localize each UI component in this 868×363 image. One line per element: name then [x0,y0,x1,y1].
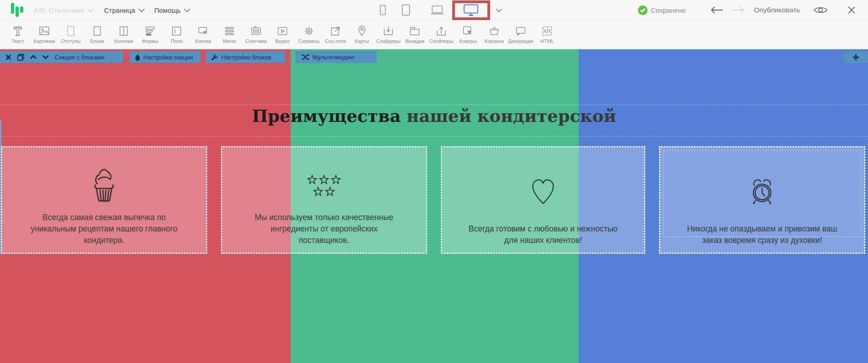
preview-more-menu[interactable] [496,0,500,20]
publish-button[interactable]: Опубликовать [754,0,800,20]
tool-spacing[interactable]: Отступы [58,25,84,44]
tool-services[interactable]: Сервисы [296,25,322,44]
cupcake-icon [86,159,122,212]
app-logo[interactable] [11,0,23,20]
chevron-down-icon [496,6,502,12]
heading-part-1: Преимущества [252,106,401,126]
card-text: Всегда самая свежая выпечка по уникальны… [31,212,178,246]
publish-label: Опубликовать [754,6,800,14]
feature-card-4[interactable]: Никогда не опаздываем и привозим ваш зак… [659,146,865,254]
delete-section-icon[interactable] [5,54,11,60]
html-icon [541,25,553,37]
tool-buttons[interactable]: Кнопки [190,25,216,44]
spacing-icon [65,25,77,37]
text-icon [12,25,24,37]
logo-icon [11,3,23,17]
droplet-icon [135,54,140,61]
fields-icon [171,25,183,37]
move-section-up-icon[interactable] [30,55,37,59]
close-icon [847,5,856,15]
tool-counters[interactable]: Счетчики [243,25,269,44]
preview-phone-button[interactable] [380,0,386,20]
feature-card-2[interactable]: Мы используем только качественные ингред… [221,146,427,254]
forms-icon [144,25,156,37]
alarm-clock-icon [746,159,779,223]
ab-test-label: A/B: Отключено [34,6,84,14]
decorations-icon [515,25,527,37]
columns-icon [118,25,130,37]
cart-icon [488,25,500,37]
tool-hovers[interactable]: Ховеры [455,25,481,44]
elements-toolbar: Текст Картинки Отступы Блоки Колонки Фор… [0,20,868,49]
section-heading[interactable]: Преимущества нашей кондитерской [0,106,868,126]
tool-sliders[interactable]: Слайдеры [375,25,402,44]
tool-blocks[interactable]: Блоки [84,25,110,44]
feature-card-1[interactable]: Всегда самая свежая выпечка по уникальны… [1,146,207,254]
move-section-down-icon[interactable] [42,55,49,59]
section-settings-button[interactable]: Настройки секции [130,51,200,63]
page-menu-label: Страница [104,6,135,14]
maps-icon [356,25,368,37]
arrow-left-icon [710,6,724,14]
tool-cart[interactable]: Корзина [481,25,507,44]
tool-text[interactable]: Текст [5,25,31,44]
video-icon [277,25,288,37]
tool-maps[interactable]: Карты [349,25,375,44]
redo-button[interactable] [731,0,745,20]
block-guide-line-bottom [0,136,868,137]
social-icon [329,25,341,37]
chevron-down-icon [87,6,94,12]
tool-video[interactable]: Видео [269,25,296,44]
page-menu[interactable]: Страница [104,0,143,20]
duplicate-section-icon[interactable] [17,54,24,61]
preview-laptop-button[interactable] [430,0,444,20]
tablet-icon [402,4,410,16]
topbar: A/B: Отключено Страница Помощь [0,0,868,20]
shuffle-icon [301,54,309,60]
tool-social[interactable]: Соц-сети [322,25,349,44]
saved-check-icon [638,5,648,15]
heart-icon [528,159,558,223]
card-text: Никогда не опаздываем и привозим ваш зак… [687,223,837,246]
tool-columns[interactable]: Колонки [110,25,137,44]
tool-fields[interactable]: Поля [163,25,190,44]
feature-card-3[interactable]: Всегда готовим с любовью и нежностью для… [441,146,645,254]
stars-icon [304,159,344,212]
tool-forms[interactable]: Формы [137,25,163,44]
counters-icon [250,25,262,37]
tabs-icon [409,25,421,37]
help-menu[interactable]: Помощь [154,0,188,20]
wrench-icon [211,54,218,61]
chevron-down-icon [138,6,145,12]
sliders-icon [382,25,394,37]
tool-tabs[interactable]: Вкладки [402,25,428,44]
tool-html[interactable]: HTML [534,25,560,44]
undo-button[interactable] [710,0,724,20]
preview-tablet-button[interactable] [402,0,410,20]
tool-images[interactable]: Картинки [31,25,58,44]
chevron-down-icon [184,6,190,12]
block-guide-line-top [0,105,868,105]
tool-spoilers[interactable]: Спойлеры [428,25,455,44]
services-icon [303,25,315,37]
blocks-settings-button[interactable]: Настройки блоков [206,51,285,63]
multilanding-button[interactable]: Мультилендинг [296,51,376,63]
close-editor-button[interactable] [847,0,856,20]
spoilers-icon [435,25,447,37]
blocks-icon [91,25,103,37]
card-text: Мы используем только качественные ингред… [255,212,393,246]
preview-page-button[interactable] [813,0,828,20]
plus-icon [852,54,859,61]
add-section-button[interactable] [843,51,868,63]
arrow-right-icon [731,6,745,14]
annotation-highlight-box [452,0,490,20]
tool-menu[interactable]: Меню [216,25,243,44]
ab-test-menu[interactable]: A/B: Отключено [34,0,92,20]
saved-label: Сохранено [651,6,685,14]
help-menu-label: Помощь [154,6,181,14]
phone-icon [380,5,386,16]
buttons-icon [197,25,209,37]
tool-decorations[interactable]: Декорации [507,25,534,44]
section-controls: Секция с блоками Настройки секции Настро… [0,51,868,63]
page-canvas: Секция с блоками Настройки секции Настро… [0,49,868,363]
